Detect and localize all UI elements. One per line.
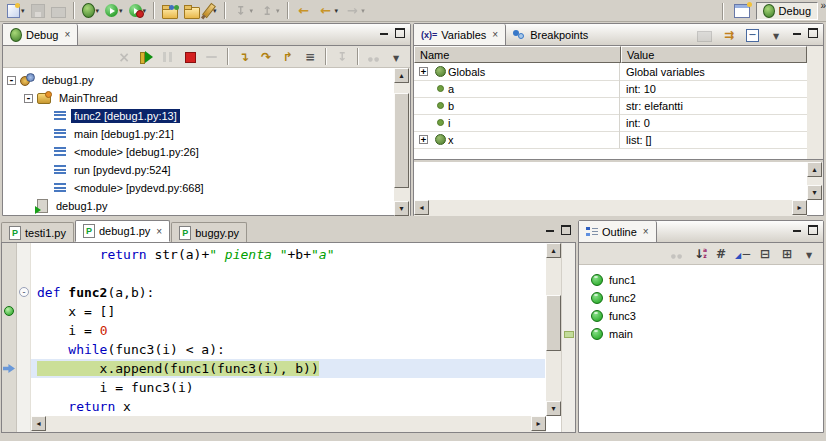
expand-all-button[interactable] [777, 244, 797, 264]
debug-tree-item[interactable]: debug1.py [5, 197, 392, 215]
view-menu-button[interactable] [799, 244, 819, 264]
overview-ruler[interactable] [561, 243, 575, 432]
debug-tree-item[interactable]: run [pydevd.py:524] [5, 161, 392, 179]
scroll-down-arrow[interactable]: ▾ [807, 185, 822, 200]
maximize-button[interactable] [394, 27, 407, 39]
scrollbar-thumb[interactable] [394, 93, 409, 188]
close-icon[interactable]: × [156, 226, 162, 237]
debug-tree-item[interactable]: <module> [pydevd.py:668] [5, 179, 392, 197]
variable-row[interactable]: bstr: elefantti [414, 97, 807, 115]
outline-item[interactable]: func1 [579, 271, 823, 289]
maximize-button[interactable] [807, 27, 820, 39]
current-line-marker[interactable] [564, 331, 574, 338]
perspective-debug-button[interactable]: Debug [756, 2, 818, 20]
tree-expander-icon[interactable]: + [419, 67, 428, 76]
variables-hscrollbar[interactable]: ◂ ▸ [414, 200, 807, 216]
last-edit-location-button[interactable] [294, 1, 314, 21]
variables-detail-pane[interactable] [414, 162, 807, 200]
code-line[interactable]: return x [31, 397, 545, 416]
tree-expander-icon[interactable]: + [419, 135, 428, 144]
scroll-right-arrow[interactable]: ▸ [531, 416, 546, 431]
scroll-down-arrow[interactable]: ▾ [546, 401, 561, 416]
variables-table-vscrollbar[interactable] [807, 46, 823, 159]
terminate-button[interactable] [180, 47, 200, 67]
maximize-button[interactable] [560, 224, 573, 236]
close-icon[interactable]: × [492, 29, 498, 40]
variable-row[interactable]: aint: 10 [414, 80, 807, 98]
editor-hscrollbar[interactable]: ◂ ▸ [31, 416, 546, 432]
view-menu-button[interactable] [386, 47, 406, 67]
outline-item[interactable]: func2 [579, 289, 823, 307]
column-header-name[interactable]: Name [414, 46, 621, 63]
hide-comments-button[interactable] [711, 244, 731, 264]
close-icon[interactable]: × [64, 29, 70, 40]
tab-buggy-py[interactable]: buggy.py [171, 222, 247, 242]
scroll-down-arrow[interactable]: ▾ [394, 201, 409, 216]
code-line[interactable]: x.append(func1(func3(i), b)) [31, 359, 545, 378]
column-header-value[interactable]: Value [621, 46, 807, 63]
hide-non-public-button[interactable] [733, 244, 753, 264]
outline-item[interactable]: func3 [579, 307, 823, 325]
maximize-button[interactable] [807, 224, 820, 236]
minimize-button[interactable] [791, 224, 804, 236]
show-logical-structure-button[interactable] [719, 25, 739, 45]
dropdown-arrow-icon[interactable]: ▾ [276, 7, 280, 15]
open-perspective-button[interactable] [732, 1, 752, 21]
collapse-all-button[interactable] [744, 25, 761, 45]
open-resource-button[interactable] [182, 1, 202, 21]
tree-expander-icon[interactable]: - [24, 94, 33, 103]
debug-button[interactable]: ▾ [80, 1, 102, 21]
dropdown-arrow-icon[interactable]: ▾ [250, 7, 254, 15]
editor-vscrollbar[interactable]: ▴ ▾ [546, 243, 562, 416]
code-line[interactable]: i = func3(i) [31, 378, 545, 397]
breakpoint-icon[interactable] [4, 306, 14, 316]
run-button[interactable]: ▾ [103, 1, 125, 21]
open-type-button[interactable] [160, 1, 180, 21]
sort-alphabetically-button[interactable] [689, 244, 709, 264]
debug-tree-item[interactable]: -debug1.py [5, 71, 392, 89]
close-icon[interactable]: × [643, 226, 649, 237]
fold-collapse-icon[interactable]: - [19, 287, 29, 297]
dropdown-arrow-icon[interactable]: ▾ [335, 7, 339, 15]
scroll-left-arrow[interactable]: ◂ [414, 200, 429, 215]
code-line[interactable] [31, 264, 545, 283]
code-line[interactable]: while(func3(i) < a): [31, 340, 545, 359]
view-menu-button[interactable] [766, 25, 786, 45]
editor-folding-column[interactable] [17, 243, 31, 432]
dropdown-arrow-icon[interactable]: ▾ [119, 7, 123, 15]
tab-outline[interactable]: Outline × [579, 221, 657, 242]
dropdown-arrow-icon[interactable]: ▾ [96, 7, 100, 15]
resume-button[interactable] [136, 47, 156, 67]
tab-debug[interactable]: Debug × [3, 24, 78, 45]
minimize-button[interactable] [378, 27, 391, 39]
step-into-button[interactable] [234, 47, 254, 67]
detail-vscrollbar[interactable]: ▴ ▾ [807, 162, 823, 200]
debug-tree-item[interactable]: func2 [debug1.py:13] [5, 107, 392, 125]
variable-row[interactable]: iint: 0 [414, 114, 807, 132]
tab-testi1-py[interactable]: testi1.py [1, 222, 74, 242]
dropdown-arrow-icon[interactable]: ▾ [361, 7, 365, 15]
annotation-brush-button[interactable]: ▾ [204, 1, 219, 21]
scroll-right-arrow[interactable]: ▸ [792, 200, 807, 215]
step-over-button[interactable] [256, 47, 276, 67]
tab-variables[interactable]: (x)= Variables × [414, 24, 506, 45]
debug-tree-item[interactable]: <module> [debug1.py:26] [5, 143, 392, 161]
scroll-up-arrow[interactable]: ▴ [807, 162, 822, 177]
code-line[interactable]: def func2(a,b): [31, 283, 545, 302]
collapse-all-button[interactable] [755, 244, 775, 264]
toolbar-overflow-chevron[interactable]: » [820, 0, 826, 11]
tab-breakpoints[interactable]: Breakpoints [506, 24, 595, 45]
run-external-tools-button[interactable]: ▾ [127, 1, 149, 21]
tab-debug1-py[interactable]: debug1.py × [75, 220, 170, 242]
minimize-button[interactable] [544, 224, 557, 236]
scroll-up-arrow[interactable]: ▴ [546, 243, 561, 258]
tree-expander-icon[interactable]: - [7, 76, 16, 85]
use-step-filters-button[interactable] [300, 47, 320, 67]
scrollbar-thumb[interactable] [546, 295, 561, 351]
scroll-up-arrow[interactable]: ▴ [394, 68, 409, 83]
variable-row[interactable]: +GlobalsGlobal variables [414, 63, 807, 81]
scroll-left-arrow[interactable]: ◂ [31, 416, 46, 431]
debug-tree-item[interactable]: main [debug1.py:21] [5, 125, 392, 143]
debug-tree-item[interactable]: -MainThread [5, 89, 392, 107]
minimize-button[interactable] [791, 27, 804, 39]
